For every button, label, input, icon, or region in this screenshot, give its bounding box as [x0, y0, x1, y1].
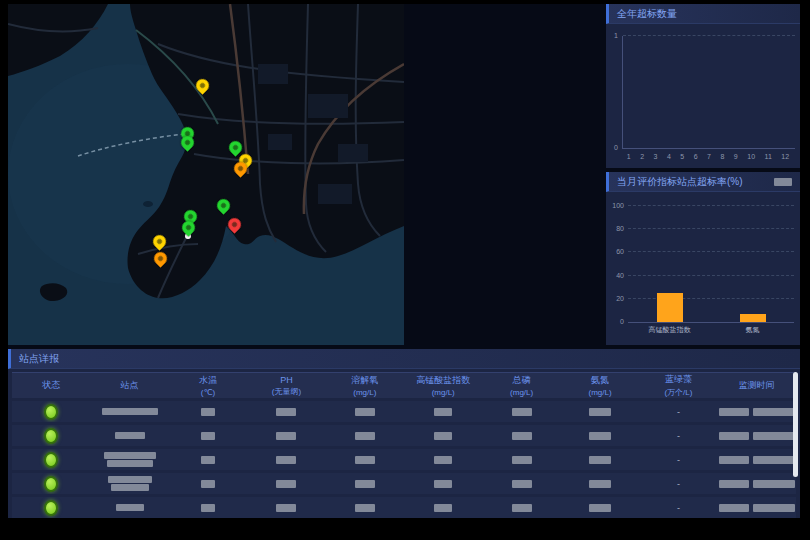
value-cell	[404, 497, 482, 518]
value-redacted	[276, 456, 296, 464]
time-cell	[718, 425, 796, 446]
value-cell	[169, 425, 247, 446]
value-redacted	[201, 480, 215, 488]
value-cell	[247, 497, 325, 518]
column-name: 水温	[199, 374, 217, 387]
time-redacted	[719, 504, 749, 512]
y-tick-label: 100	[608, 202, 624, 209]
value-redacted	[589, 456, 611, 464]
header-cell: 状态	[12, 373, 90, 398]
site-cell	[90, 401, 168, 422]
map-panel[interactable]	[8, 4, 404, 345]
site-name-redacted	[104, 452, 156, 459]
value-redacted	[355, 408, 375, 416]
status-ok-dot	[44, 500, 58, 516]
value-redacted	[201, 456, 215, 464]
value-cell	[404, 449, 482, 470]
column-name: 蓝绿藻	[665, 373, 692, 386]
panel-station-report: 站点详报 状态站点水温(℃)PH(无量纲)溶解氧(mg/L)高锰酸盐指数(mg/…	[8, 349, 800, 518]
table-row[interactable]: -	[12, 401, 796, 422]
x-tick-label: 2	[640, 153, 644, 160]
column-name: 站点	[121, 379, 139, 392]
value-cell	[247, 473, 325, 494]
value-redacted	[276, 408, 296, 416]
value-redacted	[589, 432, 611, 440]
value-cell	[326, 425, 404, 446]
header-cell: 总磷(mg/L)	[482, 373, 560, 398]
gridline	[628, 275, 794, 276]
value-cell	[169, 449, 247, 470]
table-row[interactable]: -	[12, 473, 796, 494]
column-name: 溶解氧	[351, 374, 378, 387]
site-name-redacted	[115, 432, 145, 439]
value-redacted	[355, 480, 375, 488]
rate-bar[interactable]	[657, 293, 683, 322]
value-cell	[169, 497, 247, 518]
site-name-redacted	[107, 460, 153, 467]
panel-title-text: 当月评价指标站点超标率(%)	[617, 176, 743, 187]
rate-bar[interactable]	[740, 314, 766, 322]
x-tick-label: 9	[734, 153, 738, 160]
value-redacted	[434, 504, 452, 512]
value-cell	[326, 473, 404, 494]
value-cell	[326, 497, 404, 518]
header-cell: 高锰酸盐指数(mg/L)	[404, 373, 482, 398]
column-name: 高锰酸盐指数	[416, 374, 470, 387]
y-tick-label: 1	[606, 32, 618, 39]
time-redacted	[719, 456, 749, 464]
value-cell	[482, 425, 560, 446]
value-redacted	[512, 408, 532, 416]
header-cell: 站点	[90, 373, 168, 398]
panel-title: 站点详报	[8, 349, 800, 369]
value-redacted	[201, 408, 215, 416]
value-cell	[404, 425, 482, 446]
time-cell	[718, 401, 796, 422]
column-unit: (mg/L)	[353, 388, 376, 397]
column-unit: (万个/L)	[664, 387, 692, 398]
value-redacted	[276, 504, 296, 512]
x-tick-labels: 123456789101112	[622, 153, 794, 160]
value-redacted	[276, 480, 296, 488]
time-redacted	[719, 408, 749, 416]
site-cell	[90, 449, 168, 470]
value-cell	[561, 449, 639, 470]
value-redacted	[434, 432, 452, 440]
header-cell: 溶解氧(mg/L)	[326, 373, 404, 398]
status-ok-dot	[44, 476, 58, 492]
table-scrollbar[interactable]	[793, 372, 798, 477]
table-row[interactable]: -	[12, 449, 796, 470]
algae-cell: -	[639, 497, 717, 518]
column-unit: (mg/L)	[432, 388, 455, 397]
header-cell: 蓝绿藻(万个/L)	[639, 373, 717, 398]
table-row[interactable]: -	[12, 425, 796, 446]
value-redacted	[355, 432, 375, 440]
x-tick-label: 3	[654, 153, 658, 160]
y-tick-label: 0	[608, 318, 624, 325]
column-unit: (mg/L)	[510, 388, 533, 397]
column-name: 监测时间	[739, 379, 775, 392]
header-cell: 水温(℃)	[169, 373, 247, 398]
value-redacted	[355, 504, 375, 512]
time-cell	[718, 473, 796, 494]
column-unit: (℃)	[201, 388, 215, 397]
empty-line-plot	[622, 36, 795, 149]
map-base	[8, 4, 404, 345]
site-name-redacted	[102, 408, 158, 415]
time-redacted	[753, 408, 795, 416]
status-ok-dot	[44, 404, 58, 420]
value-cell	[247, 425, 325, 446]
value-cell	[169, 401, 247, 422]
time-redacted	[753, 432, 795, 440]
value-redacted	[355, 456, 375, 464]
value-cell	[482, 401, 560, 422]
gridline	[628, 298, 794, 299]
value-redacted	[276, 432, 296, 440]
value-redacted	[589, 408, 611, 416]
status-cell	[12, 401, 90, 422]
site-cell	[90, 497, 168, 518]
table-row[interactable]: -	[12, 497, 796, 518]
time-redacted	[753, 480, 795, 488]
rules-link-redacted[interactable]	[774, 178, 792, 186]
value-redacted	[512, 480, 532, 488]
status-ok-dot	[44, 452, 58, 468]
